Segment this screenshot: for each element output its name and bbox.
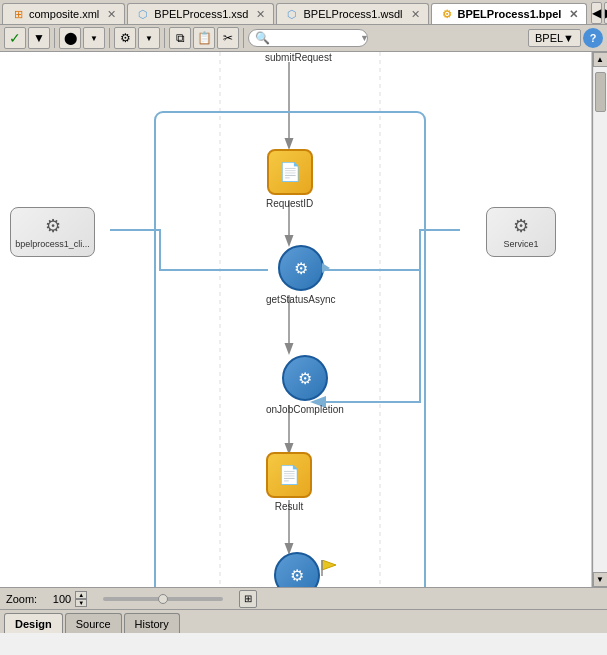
bpel-badge-label: BPEL▼ bbox=[535, 32, 574, 44]
zoom-value: 100 bbox=[41, 593, 71, 605]
tab-bpelprocess1-xsd[interactable]: ⬡ BPELProcess1.xsd ✕ bbox=[127, 3, 274, 24]
zoom-spinner[interactable]: ▲ ▼ bbox=[75, 591, 87, 607]
sep4 bbox=[243, 28, 244, 48]
scroll-track[interactable] bbox=[594, 67, 607, 572]
tab-bpelprocess1-wsdl[interactable]: ⬡ BPELProcess1.wsdl ✕ bbox=[276, 3, 428, 24]
callbackclient-box[interactable]: ⚙ bbox=[274, 552, 320, 587]
flag-indicator bbox=[320, 560, 338, 578]
node-getstatusasync[interactable]: ⚙ getStatusAsync bbox=[266, 245, 335, 305]
save-dropdown-btn[interactable]: ▼ bbox=[28, 27, 50, 49]
composite-icon: ⊞ bbox=[11, 7, 25, 21]
help-btn[interactable]: ? bbox=[583, 28, 603, 48]
sep3 bbox=[164, 28, 165, 48]
scroll-down-btn[interactable]: ▼ bbox=[593, 572, 608, 587]
submit-request-label: submitRequest bbox=[265, 52, 332, 63]
requestid-icon: 📄 bbox=[279, 161, 301, 183]
getstatusasync-icon: ⚙ bbox=[294, 259, 308, 278]
zoom-up-btn[interactable]: ▲ bbox=[75, 591, 87, 599]
tab-bpel-close[interactable]: ✕ bbox=[569, 8, 578, 21]
search-input[interactable] bbox=[270, 32, 360, 44]
onjobcompletion-label: onJobCompletion bbox=[266, 404, 344, 415]
zoom-slider-thumb[interactable] bbox=[158, 594, 168, 604]
zoom-fit-btn[interactable]: ⊞ bbox=[239, 590, 257, 608]
tab-composite-label: composite.xml bbox=[29, 8, 99, 20]
bottom-tab-design-label: Design bbox=[15, 618, 52, 630]
tab-xsd-close[interactable]: ✕ bbox=[256, 8, 265, 21]
xsd-icon: ⬡ bbox=[136, 7, 150, 21]
node-onjobcompletion[interactable]: ⚙ onJobCompletion bbox=[266, 355, 344, 415]
main-area: submitRequest ⚙ bpelprocess1_cli... ⚙ Se… bbox=[0, 52, 607, 587]
node-callbackclient[interactable]: ⚙ callbackClient bbox=[266, 552, 328, 587]
search-box: 🔍 ▼ bbox=[248, 29, 368, 47]
flag-icon bbox=[320, 560, 338, 576]
zoom-down-btn[interactable]: ▼ bbox=[75, 599, 87, 607]
cut-btn[interactable]: ✂ bbox=[217, 27, 239, 49]
bottom-tab-source[interactable]: Source bbox=[65, 613, 122, 633]
scroll-up-btn[interactable]: ▲ bbox=[593, 52, 608, 67]
tab-composite[interactable]: ⊞ composite.xml ✕ bbox=[2, 3, 125, 24]
copy-btn[interactable]: ⧉ bbox=[169, 27, 191, 49]
callbackclient-icon: ⚙ bbox=[290, 566, 304, 585]
scroll-thumb[interactable] bbox=[595, 72, 606, 112]
onjobcompletion-box[interactable]: ⚙ bbox=[282, 355, 328, 401]
search-dropdown-icon[interactable]: ▼ bbox=[360, 33, 369, 43]
file-tab-bar: ⊞ composite.xml ✕ ⬡ BPELProcess1.xsd ✕ ⬡… bbox=[0, 0, 607, 25]
bottom-tab-history-label: History bbox=[135, 618, 169, 630]
onjobcompletion-icon: ⚙ bbox=[298, 369, 312, 388]
node-result[interactable]: 📄 Result bbox=[266, 452, 312, 512]
bottom-tab-design[interactable]: Design bbox=[4, 613, 63, 633]
partner-left-gear-icon: ⚙ bbox=[45, 215, 61, 237]
bottom-tab-history[interactable]: History bbox=[124, 613, 180, 633]
vertical-scrollbar[interactable]: ▲ ▼ bbox=[592, 52, 607, 587]
paste-btn[interactable]: 📋 bbox=[193, 27, 215, 49]
btn3[interactable]: ⚙ bbox=[114, 27, 136, 49]
result-icon: 📄 bbox=[278, 464, 300, 486]
wsdl-icon: ⬡ bbox=[285, 7, 299, 21]
node-requestid[interactable]: 📄 RequestID bbox=[266, 149, 313, 209]
requestid-box[interactable]: 📄 bbox=[267, 149, 313, 195]
bpel-badge[interactable]: BPEL▼ bbox=[528, 29, 581, 47]
partner-right-label: Service1 bbox=[503, 239, 538, 249]
zoom-label: Zoom: bbox=[6, 593, 37, 605]
getstatusasync-label: getStatusAsync bbox=[266, 294, 335, 305]
getstatusasync-box[interactable]: ⚙ bbox=[278, 245, 324, 291]
btn3-drop[interactable]: ▼ bbox=[138, 27, 160, 49]
main-toolbar: ✓ ▼ ⬤ ▼ ⚙ ▼ ⧉ 📋 ✂ 🔍 ▼ BPEL▼ ? bbox=[0, 25, 607, 52]
partner-link-left[interactable]: ⚙ bpelprocess1_cli... bbox=[10, 207, 95, 257]
zoom-bar: Zoom: 100 ▲ ▼ ⊞ bbox=[0, 587, 607, 609]
partner-link-right[interactable]: ⚙ Service1 bbox=[486, 207, 556, 257]
tab-bpel-label: BPELProcess1.bpel bbox=[458, 8, 562, 20]
requestid-label: RequestID bbox=[266, 198, 313, 209]
tab-wsdl-label: BPELProcess1.wsdl bbox=[303, 8, 402, 20]
canvas: submitRequest ⚙ bpelprocess1_cli... ⚙ Se… bbox=[0, 52, 592, 587]
tab-composite-close[interactable]: ✕ bbox=[107, 8, 116, 21]
save-btn[interactable]: ✓ bbox=[4, 27, 26, 49]
sep1 bbox=[54, 28, 55, 48]
scroll-left-btn[interactable]: ◀ bbox=[591, 2, 602, 24]
zoom-slider-track[interactable] bbox=[103, 597, 223, 601]
tab-xsd-label: BPELProcess1.xsd bbox=[154, 8, 248, 20]
partner-left-label: bpelprocess1_cli... bbox=[15, 239, 90, 249]
validate-btn[interactable]: ⬤ bbox=[59, 27, 81, 49]
svg-marker-8 bbox=[322, 560, 336, 570]
partner-right-gear-icon: ⚙ bbox=[513, 215, 529, 237]
result-box[interactable]: 📄 bbox=[266, 452, 312, 498]
bpel-icon: ⚙ bbox=[440, 7, 454, 21]
tab-wsdl-close[interactable]: ✕ bbox=[411, 8, 420, 21]
sep2 bbox=[109, 28, 110, 48]
tab-bpelprocess1-bpel[interactable]: ⚙ BPELProcess1.bpel ✕ bbox=[431, 3, 588, 24]
search-icon: 🔍 bbox=[255, 31, 270, 45]
bottom-tab-bar: Design Source History bbox=[0, 609, 607, 633]
result-label: Result bbox=[275, 501, 303, 512]
validate-dropdown-btn[interactable]: ▼ bbox=[83, 27, 105, 49]
bottom-tab-source-label: Source bbox=[76, 618, 111, 630]
